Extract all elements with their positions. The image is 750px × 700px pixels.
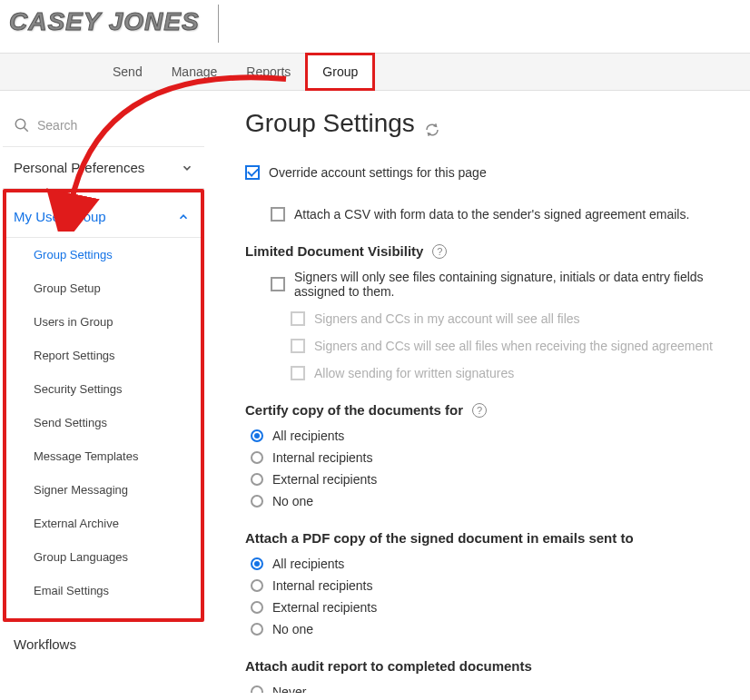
certify-title: Certify copy of the documents for	[245, 402, 463, 418]
override-label: Override account settings for this page	[269, 165, 487, 180]
ldv-sub2-row: Signers and CCs will see all files when …	[291, 339, 734, 353]
certify-radio-internal[interactable]	[251, 451, 263, 464]
sidebar-item-group-languages[interactable]: Group Languages	[6, 540, 201, 574]
nav-group[interactable]: Group	[305, 53, 375, 91]
ldv-sub2-label: Signers and CCs will see all files when …	[314, 339, 713, 353]
audit-title: Attach audit report to completed documen…	[245, 658, 532, 674]
search-placeholder: Search	[37, 118, 77, 133]
audit-head: Attach audit report to completed documen…	[245, 658, 734, 674]
ldv-sub3-label: Allow sending for written signatures	[314, 366, 514, 380]
nav-send[interactable]: Send	[98, 55, 157, 88]
certify-opt-2: External recipients	[251, 472, 734, 487]
ldv-sub1-label: Signers and CCs in my account will see a…	[314, 311, 580, 326]
pdfcopy-radio-all[interactable]	[251, 557, 263, 570]
pdfcopy-opt-2: External recipients	[251, 600, 734, 615]
logo: CASEY JONES	[9, 7, 200, 36]
refresh-icon[interactable]	[424, 115, 440, 132]
ldv-sub3-checkbox	[291, 366, 305, 380]
csv-row: Attach a CSV with form data to the sende…	[271, 207, 734, 222]
certify-radio-external[interactable]	[251, 473, 263, 486]
sidebar-item-group-setup[interactable]: Group Setup	[6, 271, 201, 305]
sidebar-item-users-in-group[interactable]: Users in Group	[6, 305, 201, 339]
search-row[interactable]: Search	[3, 104, 204, 147]
pdfcopy-radio-external[interactable]	[251, 601, 263, 614]
svg-line-1	[24, 127, 28, 132]
certify-radio-all[interactable]	[251, 429, 263, 442]
ldv-sub3-row: Allow sending for written signatures	[291, 366, 734, 380]
ldv-sub2-checkbox	[291, 339, 305, 353]
sidebar-item-email-settings[interactable]: Email Settings	[6, 574, 201, 607]
sidebar-item-report-settings[interactable]: Report Settings	[6, 339, 201, 372]
sidebar-highlight-box: My User Group Group Settings Group Setup…	[3, 189, 204, 622]
sidebar-personal-preferences[interactable]: Personal Preferences	[3, 147, 204, 189]
override-checkbox[interactable]	[245, 165, 260, 180]
pdfcopy-label-all: All recipients	[272, 557, 344, 571]
help-icon[interactable]: ?	[472, 403, 487, 418]
certify-label-internal: Internal recipients	[272, 450, 373, 465]
personal-prefs-label: Personal Preferences	[14, 160, 144, 175]
sidebar-item-message-templates[interactable]: Message Templates	[6, 439, 201, 473]
certify-opt-3: No one	[251, 494, 734, 508]
audit-radio-never[interactable]	[251, 685, 263, 693]
sidebar-item-group-settings[interactable]: Group Settings	[6, 238, 201, 271]
pdfcopy-label-internal: Internal recipients	[272, 578, 373, 593]
pdfcopy-radio-internal[interactable]	[251, 579, 263, 592]
certify-label-all: All recipients	[272, 429, 344, 443]
csv-checkbox[interactable]	[271, 207, 285, 222]
pdfcopy-label-none: No one	[272, 622, 313, 636]
help-icon[interactable]: ?	[432, 244, 447, 259]
ldv-main-row: Signers will only see files containing s…	[271, 270, 734, 299]
logo-divider	[218, 5, 219, 43]
sidebar-item-security-settings[interactable]: Security Settings	[6, 372, 201, 406]
nav-reports[interactable]: Reports	[232, 55, 305, 88]
certify-label-none: No one	[272, 494, 313, 508]
pdfcopy-opt-3: No one	[251, 622, 734, 636]
pdfcopy-label-external: External recipients	[272, 600, 377, 615]
ldv-sub1-checkbox	[291, 311, 305, 326]
svg-point-0	[15, 119, 25, 129]
pdfcopy-opt-1: Internal recipients	[251, 578, 734, 593]
pdfcopy-radio-none[interactable]	[251, 623, 263, 636]
sidebar: Search Personal Preferences My User Grou…	[3, 104, 204, 666]
top-nav: Send Manage Reports Group	[0, 53, 750, 91]
pdfcopy-head: Attach a PDF copy of the signed document…	[245, 530, 734, 546]
sidebar-my-user-group[interactable]: My User Group	[6, 196, 201, 238]
ldv-main-label: Signers will only see files containing s…	[294, 270, 734, 299]
override-row: Override account settings for this page	[245, 165, 734, 180]
ldv-main-checkbox[interactable]	[271, 277, 285, 291]
page-title: Group Settings	[245, 109, 734, 138]
certify-label-external: External recipients	[272, 472, 377, 487]
chevron-down-icon	[181, 162, 193, 174]
certify-radio-none[interactable]	[251, 495, 263, 508]
certify-opt-1: Internal recipients	[251, 450, 734, 465]
pdfcopy-opt-0: All recipients	[251, 557, 734, 571]
chevron-up-icon	[177, 211, 190, 223]
my-user-group-label: My User Group	[14, 209, 106, 224]
search-icon	[14, 117, 30, 133]
certify-head: Certify copy of the documents for ?	[245, 402, 734, 418]
sidebar-item-external-archive[interactable]: External Archive	[6, 507, 201, 540]
pdfcopy-title: Attach a PDF copy of the signed document…	[245, 530, 634, 546]
audit-label-never: Never	[272, 685, 306, 693]
main-content: Group Settings Override account settings…	[222, 100, 743, 693]
certify-opt-0: All recipients	[251, 429, 734, 443]
audit-opt-0: Never	[251, 685, 734, 693]
csv-label: Attach a CSV with form data to the sende…	[294, 207, 689, 222]
sidebar-workflows[interactable]: Workflows	[3, 622, 204, 666]
sidebar-item-signer-messaging[interactable]: Signer Messaging	[6, 473, 201, 507]
ldv-sub1-row: Signers and CCs in my account will see a…	[291, 311, 734, 326]
sidebar-item-send-settings[interactable]: Send Settings	[6, 406, 201, 439]
page-title-text: Group Settings	[245, 109, 415, 138]
ldv-head: Limited Document Visibility ?	[245, 243, 734, 259]
ldv-title: Limited Document Visibility	[245, 243, 423, 259]
nav-manage[interactable]: Manage	[157, 55, 232, 88]
